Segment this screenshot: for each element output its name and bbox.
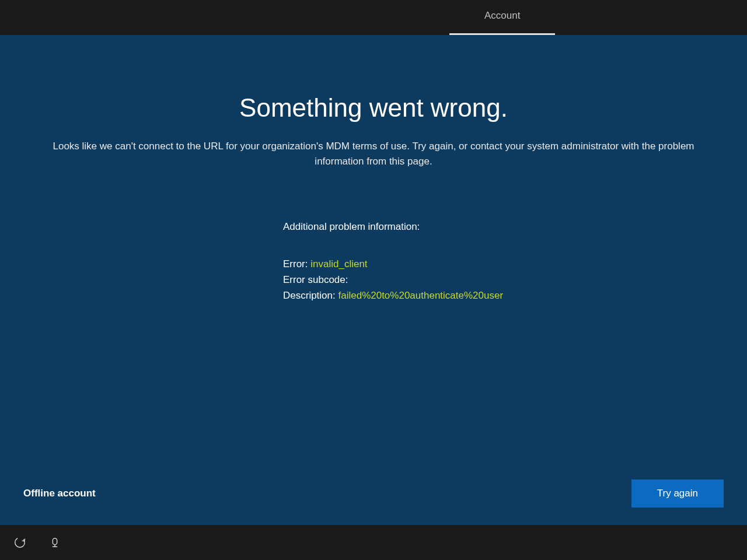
error-subcode-line: Error subcode: [283,272,633,288]
bottom-bar [0,525,747,560]
ease-of-access-icon[interactable] [12,534,28,551]
error-line: Error: invalid_client [283,256,633,272]
problem-info-header: Additional problem information: [283,221,633,233]
footer-actions: Offline account Try again [23,480,724,508]
description-value: failed%20to%20authenticate%20user [338,290,503,301]
main-content: Something went wrong. Looks like we can'… [0,35,747,525]
try-again-button[interactable]: Try again [631,480,724,508]
description-label: Description: [283,290,338,301]
accessibility-icon[interactable] [47,534,63,551]
page-subtitle: Looks like we can't connect to the URL f… [35,139,712,169]
svg-point-0 [13,536,26,549]
problem-info-block: Additional problem information: Error: i… [283,221,633,304]
offline-account-link[interactable]: Offline account [23,488,96,499]
svg-rect-1 [53,538,57,545]
error-label: Error: [283,258,310,270]
top-bar: Account [0,0,747,35]
page-title: Something went wrong. [23,93,724,123]
error-subcode-label: Error subcode: [283,274,348,285]
error-value: invalid_client [310,258,367,270]
tab-account[interactable]: Account [449,0,555,35]
description-line: Description: failed%20to%20authenticate%… [283,288,633,303]
